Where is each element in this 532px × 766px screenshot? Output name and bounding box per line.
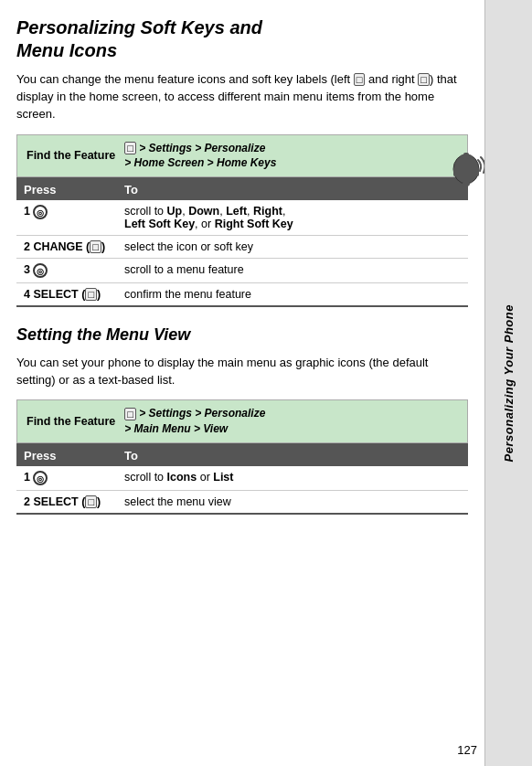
nav-circle-icon-3: ◎ (33, 471, 48, 485)
table2-row2-press: 2 SELECT (□) (16, 491, 117, 515)
table-row: 1 ◎ scroll to Up, Down, Left, Right,Left… (16, 200, 468, 236)
section1-intro: You can change the menu feature icons an… (16, 71, 468, 123)
section1-title: Personalizing Soft Keys andMenu Icons (16, 16, 468, 62)
table2-col1-header: Press (16, 444, 117, 466)
table1-col1-header: Press (16, 178, 117, 200)
table-row: 4 SELECT (□) confirm the menu feature (16, 283, 468, 307)
sidebar-label: Personalizing Your Phone (502, 304, 516, 462)
find-feature-label-2: Find the Feature (27, 415, 115, 428)
table2-row1-to: scroll to Icons or List (117, 466, 468, 491)
table-row: 3 ◎ scroll to a menu feature (16, 259, 468, 283)
right-key-icon: □ (418, 73, 430, 86)
table2-row1-press: 1 ◎ (16, 466, 117, 491)
find-feature-box-1: Find the Feature □ > Settings > Personal… (16, 134, 468, 178)
find-feature-path-1: □ > Settings > Personalize > Home Screen… (124, 141, 276, 172)
table1-row3-press: 3 ◎ (16, 259, 117, 283)
table2-col2-header: To (117, 444, 468, 466)
table1-row3-to: scroll to a menu feature (117, 259, 468, 283)
left-key-icon: □ (354, 73, 366, 86)
section2-intro: You can set your phone to display the ma… (16, 355, 468, 389)
find-feature-label-1: Find the Feature (27, 149, 115, 162)
right-sidebar: Personalizing Your Phone (484, 0, 532, 766)
table1-row1-to: scroll to Up, Down, Left, Right,Left Sof… (117, 200, 468, 236)
page-number: 127 (457, 743, 477, 757)
table1-col2-header: To (117, 178, 468, 200)
select-key-icon-2: □ (85, 495, 97, 508)
find-feature-path-2: □ > Settings > Personalize > Main Menu >… (124, 406, 265, 437)
table1-row2-press: 2 CHANGE (□) (16, 236, 117, 259)
table1-row4-to: confirm the menu feature (117, 283, 468, 307)
svg-rect-2 (463, 153, 469, 159)
menu-key-icon-2: □ (124, 408, 136, 420)
change-key-icon: □ (90, 240, 101, 253)
table1-row4-press: 4 SELECT (□) (16, 283, 117, 307)
menu-key-icon-1: □ (124, 142, 136, 154)
svg-rect-1 (453, 167, 479, 176)
table-1: Press To 1 ◎ scroll to Up, Down, Left, R… (16, 177, 468, 307)
section2-title: Setting the Menu View (16, 325, 468, 346)
table-row: 2 CHANGE (□) select the icon or soft key (16, 236, 468, 259)
bell-icon (448, 142, 484, 192)
table2-row2-to: select the menu view (117, 491, 468, 515)
main-content: Personalizing Soft Keys andMenu Icons Yo… (0, 0, 484, 766)
table-row: 2 SELECT (□) select the menu view (16, 491, 468, 515)
nav-circle-icon: ◎ (33, 205, 48, 219)
bell-icon-container (448, 142, 484, 192)
table1-row1-press: 1 ◎ (16, 200, 117, 236)
table-2: Press To 1 ◎ scroll to Icons or List 2 S… (16, 443, 468, 515)
table1-row2-to: select the icon or soft key (117, 236, 468, 259)
table-row: 1 ◎ scroll to Icons or List (16, 466, 468, 491)
find-feature-box-2: Find the Feature □ > Settings > Personal… (16, 399, 468, 443)
select-key-icon: □ (85, 288, 97, 301)
nav-circle-icon-2: ◎ (33, 263, 48, 278)
svg-point-3 (463, 181, 470, 186)
